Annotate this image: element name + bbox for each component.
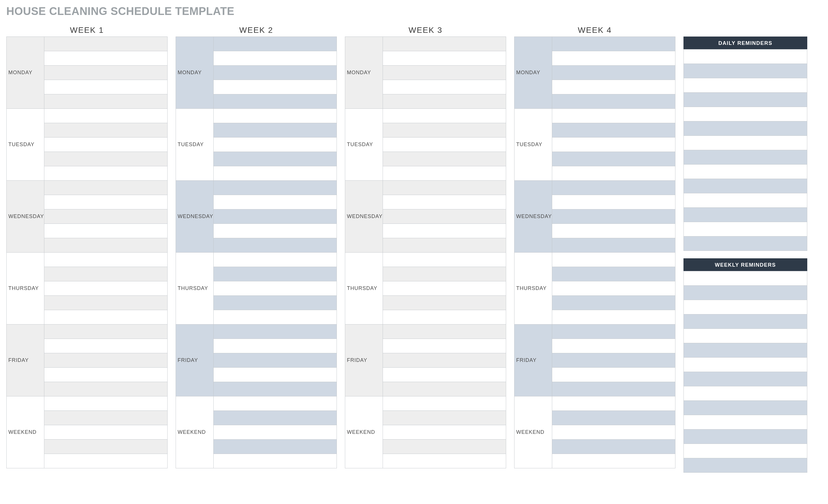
task-cell[interactable]: [383, 238, 506, 253]
reminder-cell[interactable]: [684, 286, 807, 300]
task-cell[interactable]: [213, 296, 337, 310]
task-cell[interactable]: [552, 166, 675, 181]
task-cell[interactable]: [44, 411, 167, 425]
task-cell[interactable]: [552, 37, 675, 51]
task-cell[interactable]: [552, 253, 675, 267]
task-cell[interactable]: [552, 138, 675, 152]
reminder-cell[interactable]: [684, 386, 807, 401]
task-cell[interactable]: [552, 281, 675, 296]
task-cell[interactable]: [213, 310, 337, 324]
task-cell[interactable]: [44, 454, 167, 468]
reminder-cell[interactable]: [684, 415, 807, 429]
task-cell[interactable]: [552, 339, 675, 353]
task-cell[interactable]: [44, 339, 167, 353]
task-cell[interactable]: [44, 80, 167, 94]
task-cell[interactable]: [213, 253, 337, 267]
task-cell[interactable]: [44, 281, 167, 296]
task-cell[interactable]: [213, 324, 337, 339]
task-cell[interactable]: [552, 296, 675, 310]
reminder-cell[interactable]: [684, 236, 807, 251]
task-cell[interactable]: [383, 454, 506, 468]
task-cell[interactable]: [383, 411, 506, 425]
task-cell[interactable]: [383, 65, 506, 80]
reminder-cell[interactable]: [684, 64, 807, 78]
task-cell[interactable]: [213, 152, 337, 166]
task-cell[interactable]: [383, 310, 506, 324]
reminder-cell[interactable]: [684, 343, 807, 358]
task-cell[interactable]: [383, 368, 506, 382]
task-cell[interactable]: [44, 224, 167, 238]
task-cell[interactable]: [383, 123, 506, 138]
task-cell[interactable]: [552, 181, 675, 195]
task-cell[interactable]: [213, 51, 337, 65]
task-cell[interactable]: [552, 368, 675, 382]
task-cell[interactable]: [383, 80, 506, 94]
task-cell[interactable]: [213, 339, 337, 353]
reminder-cell[interactable]: [684, 165, 807, 179]
task-cell[interactable]: [552, 267, 675, 281]
task-cell[interactable]: [383, 37, 506, 51]
task-cell[interactable]: [44, 368, 167, 382]
task-cell[interactable]: [552, 397, 675, 411]
task-cell[interactable]: [44, 324, 167, 339]
task-cell[interactable]: [44, 37, 167, 51]
reminder-cell[interactable]: [684, 372, 807, 386]
task-cell[interactable]: [552, 440, 675, 454]
task-cell[interactable]: [213, 166, 337, 181]
task-cell[interactable]: [213, 195, 337, 210]
reminder-cell[interactable]: [684, 107, 807, 122]
task-cell[interactable]: [213, 353, 337, 368]
task-cell[interactable]: [552, 411, 675, 425]
task-cell[interactable]: [44, 397, 167, 411]
task-cell[interactable]: [44, 94, 167, 109]
task-cell[interactable]: [213, 397, 337, 411]
task-cell[interactable]: [213, 94, 337, 109]
task-cell[interactable]: [44, 296, 167, 310]
task-cell[interactable]: [213, 138, 337, 152]
task-cell[interactable]: [383, 253, 506, 267]
task-cell[interactable]: [552, 51, 675, 65]
task-cell[interactable]: [213, 80, 337, 94]
task-cell[interactable]: [213, 181, 337, 195]
task-cell[interactable]: [213, 65, 337, 80]
task-cell[interactable]: [44, 310, 167, 324]
task-cell[interactable]: [44, 440, 167, 454]
task-cell[interactable]: [552, 65, 675, 80]
reminder-cell[interactable]: [684, 314, 807, 329]
reminder-cell[interactable]: [684, 358, 807, 372]
reminder-cell[interactable]: [684, 122, 807, 136]
task-cell[interactable]: [213, 37, 337, 51]
task-cell[interactable]: [44, 181, 167, 195]
task-cell[interactable]: [383, 195, 506, 210]
task-cell[interactable]: [552, 152, 675, 166]
task-cell[interactable]: [213, 267, 337, 281]
task-cell[interactable]: [383, 267, 506, 281]
task-cell[interactable]: [552, 195, 675, 210]
task-cell[interactable]: [44, 382, 167, 397]
task-cell[interactable]: [44, 109, 167, 123]
task-cell[interactable]: [44, 210, 167, 224]
task-cell[interactable]: [383, 440, 506, 454]
task-cell[interactable]: [383, 166, 506, 181]
task-cell[interactable]: [383, 51, 506, 65]
task-cell[interactable]: [552, 454, 675, 468]
task-cell[interactable]: [213, 382, 337, 397]
task-cell[interactable]: [383, 353, 506, 368]
task-cell[interactable]: [44, 152, 167, 166]
task-cell[interactable]: [383, 339, 506, 353]
task-cell[interactable]: [213, 368, 337, 382]
task-cell[interactable]: [552, 353, 675, 368]
task-cell[interactable]: [44, 51, 167, 65]
task-cell[interactable]: [552, 238, 675, 253]
task-cell[interactable]: [213, 210, 337, 224]
task-cell[interactable]: [44, 166, 167, 181]
task-cell[interactable]: [383, 94, 506, 109]
reminder-cell[interactable]: [684, 429, 807, 444]
task-cell[interactable]: [552, 94, 675, 109]
reminder-cell[interactable]: [684, 401, 807, 415]
task-cell[interactable]: [552, 80, 675, 94]
task-cell[interactable]: [383, 109, 506, 123]
reminder-cell[interactable]: [684, 222, 807, 236]
reminder-cell[interactable]: [684, 136, 807, 150]
task-cell[interactable]: [44, 65, 167, 80]
